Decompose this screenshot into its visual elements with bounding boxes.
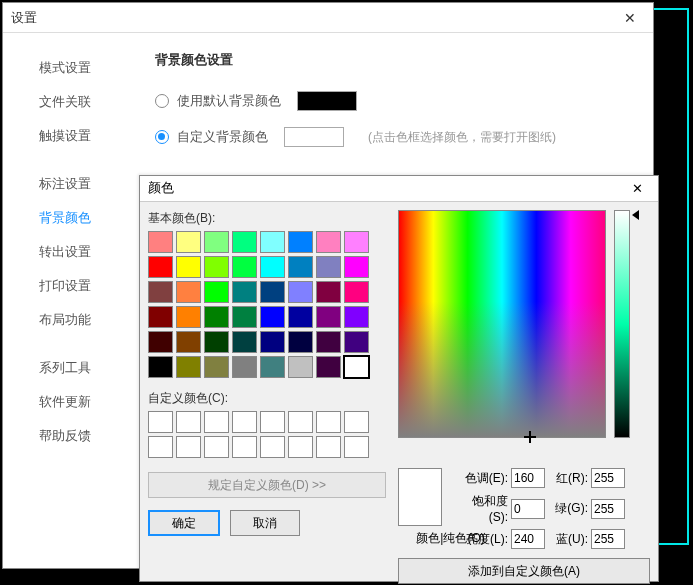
- basic-color-5[interactable]: [288, 231, 313, 253]
- hue-label: 色调(E):: [453, 470, 511, 487]
- basic-color-6[interactable]: [316, 231, 341, 253]
- custom-color-slot-5[interactable]: [288, 411, 313, 433]
- basic-color-25[interactable]: [176, 306, 201, 328]
- red-input[interactable]: [591, 468, 625, 488]
- gradient-crosshair: [524, 431, 536, 443]
- custom-color-slot-0[interactable]: [148, 411, 173, 433]
- basic-color-23[interactable]: [344, 281, 369, 303]
- basic-color-1[interactable]: [176, 231, 201, 253]
- custom-color-slot-1[interactable]: [176, 411, 201, 433]
- lum-input[interactable]: [511, 529, 545, 549]
- sidebar-item-1[interactable]: 文件关联: [39, 85, 135, 119]
- basic-color-14[interactable]: [316, 256, 341, 278]
- basic-color-2[interactable]: [204, 231, 229, 253]
- radio-default-row[interactable]: 使用默认背景颜色: [155, 91, 633, 111]
- basic-color-8[interactable]: [148, 256, 173, 278]
- custom-color-slot-3[interactable]: [232, 411, 257, 433]
- basic-color-36[interactable]: [260, 331, 285, 353]
- custom-color-slot-8[interactable]: [148, 436, 173, 458]
- green-input[interactable]: [591, 499, 625, 519]
- color-dialog-close-button[interactable]: ✕: [624, 176, 650, 202]
- basic-color-37[interactable]: [288, 331, 313, 353]
- basic-color-31[interactable]: [344, 306, 369, 328]
- basic-color-41[interactable]: [176, 356, 201, 378]
- basic-color-22[interactable]: [316, 281, 341, 303]
- radio-custom-row[interactable]: 自定义背景颜色 (点击色框选择颜色，需要打开图纸): [155, 127, 633, 147]
- default-color-swatch[interactable]: [297, 91, 357, 111]
- sidebar-item-6[interactable]: 打印设置: [39, 269, 135, 303]
- basic-color-17[interactable]: [176, 281, 201, 303]
- basic-color-42[interactable]: [204, 356, 229, 378]
- custom-color-slot-9[interactable]: [176, 436, 201, 458]
- color-gradient-field[interactable]: [398, 210, 606, 438]
- luminance-strip[interactable]: [614, 210, 630, 438]
- basic-color-34[interactable]: [204, 331, 229, 353]
- basic-color-7[interactable]: [344, 231, 369, 253]
- custom-color-slot-4[interactable]: [260, 411, 285, 433]
- basic-color-21[interactable]: [288, 281, 313, 303]
- custom-color-slot-6[interactable]: [316, 411, 341, 433]
- color-preview: [398, 468, 442, 526]
- custom-color-slot-12[interactable]: [260, 436, 285, 458]
- basic-color-43[interactable]: [232, 356, 257, 378]
- sidebar-item-8[interactable]: 系列工具: [39, 351, 135, 385]
- basic-color-39[interactable]: [344, 331, 369, 353]
- basic-color-30[interactable]: [316, 306, 341, 328]
- custom-color-slot-10[interactable]: [204, 436, 229, 458]
- luminance-arrow[interactable]: [632, 210, 639, 220]
- blue-input[interactable]: [591, 529, 625, 549]
- basic-color-32[interactable]: [148, 331, 173, 353]
- custom-color-slot-2[interactable]: [204, 411, 229, 433]
- basic-color-19[interactable]: [232, 281, 257, 303]
- basic-color-29[interactable]: [288, 306, 313, 328]
- sidebar-item-7[interactable]: 布局功能: [39, 303, 135, 337]
- basic-color-35[interactable]: [232, 331, 257, 353]
- basic-color-10[interactable]: [204, 256, 229, 278]
- custom-color-slot-11[interactable]: [232, 436, 257, 458]
- basic-color-27[interactable]: [232, 306, 257, 328]
- basic-color-11[interactable]: [232, 256, 257, 278]
- custom-color-slot-13[interactable]: [288, 436, 313, 458]
- hue-input[interactable]: [511, 468, 545, 488]
- basic-color-45[interactable]: [288, 356, 313, 378]
- basic-color-20[interactable]: [260, 281, 285, 303]
- basic-color-13[interactable]: [288, 256, 313, 278]
- basic-color-3[interactable]: [232, 231, 257, 253]
- basic-color-28[interactable]: [260, 306, 285, 328]
- basic-color-4[interactable]: [260, 231, 285, 253]
- basic-color-33[interactable]: [176, 331, 201, 353]
- section-title: 背景颜色设置: [155, 51, 633, 69]
- basic-color-40[interactable]: [148, 356, 173, 378]
- basic-color-18[interactable]: [204, 281, 229, 303]
- basic-color-24[interactable]: [148, 306, 173, 328]
- add-to-custom-button[interactable]: 添加到自定义颜色(A): [398, 558, 650, 584]
- sidebar-item-0[interactable]: 模式设置: [39, 51, 135, 85]
- sat-input[interactable]: [511, 499, 545, 519]
- sidebar-item-4[interactable]: 背景颜色: [39, 201, 135, 235]
- custom-color-slot-15[interactable]: [344, 436, 369, 458]
- radio-default[interactable]: [155, 94, 169, 108]
- basic-color-0[interactable]: [148, 231, 173, 253]
- ok-button[interactable]: 确定: [148, 510, 220, 536]
- basic-color-46[interactable]: [316, 356, 341, 378]
- basic-color-26[interactable]: [204, 306, 229, 328]
- basic-color-44[interactable]: [260, 356, 285, 378]
- custom-color-swatch[interactable]: [284, 127, 344, 147]
- sidebar-item-5[interactable]: 转出设置: [39, 235, 135, 269]
- sidebar-item-2[interactable]: 触摸设置: [39, 119, 135, 153]
- basic-color-16[interactable]: [148, 281, 173, 303]
- basic-color-15[interactable]: [344, 256, 369, 278]
- custom-color-slot-14[interactable]: [316, 436, 341, 458]
- sidebar-item-10[interactable]: 帮助反馈: [39, 419, 135, 453]
- sidebar-item-3[interactable]: 标注设置: [39, 167, 135, 201]
- basic-color-47[interactable]: [344, 356, 369, 378]
- basic-color-9[interactable]: [176, 256, 201, 278]
- settings-close-button[interactable]: ✕: [615, 3, 645, 33]
- radio-custom[interactable]: [155, 130, 169, 144]
- basic-color-12[interactable]: [260, 256, 285, 278]
- custom-color-slot-7[interactable]: [344, 411, 369, 433]
- define-custom-button[interactable]: 规定自定义颜色(D) >>: [148, 472, 386, 498]
- sidebar-item-9[interactable]: 软件更新: [39, 385, 135, 419]
- cancel-button[interactable]: 取消: [230, 510, 300, 536]
- basic-color-38[interactable]: [316, 331, 341, 353]
